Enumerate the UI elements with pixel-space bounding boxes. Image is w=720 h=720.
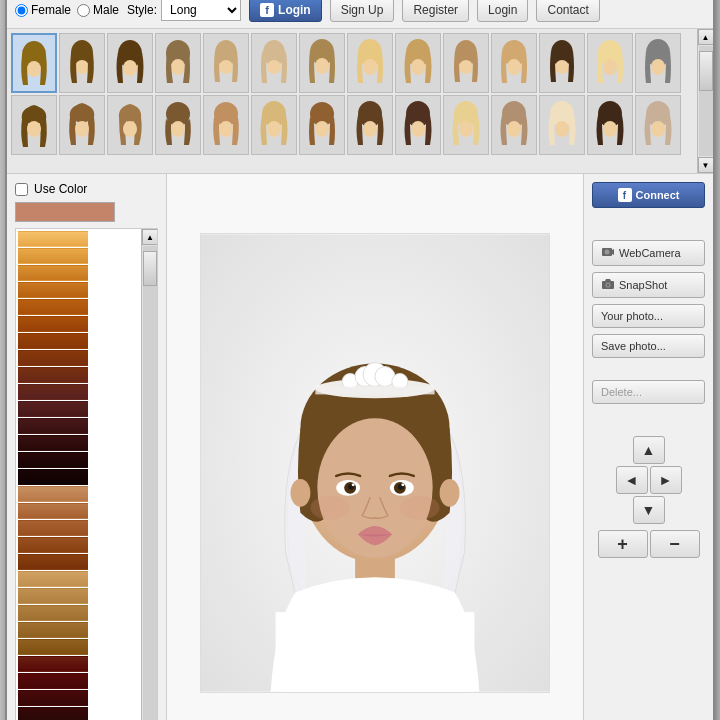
male-radio-label[interactable]: Male — [77, 3, 119, 17]
hair-thumb-r2-7[interactable] — [299, 95, 345, 155]
palette-color-12[interactable] — [18, 418, 88, 434]
hair-thumb-r2-13[interactable] — [587, 95, 633, 155]
palette-scroll-track — [143, 246, 157, 720]
svg-point-78 — [440, 478, 460, 506]
webcam-button[interactable]: WebCamera — [592, 240, 705, 266]
palette-color-8[interactable] — [18, 350, 88, 366]
zoom-in-button[interactable]: + — [598, 530, 648, 558]
hair-thumb-r2-2[interactable] — [59, 95, 105, 155]
female-radio-label[interactable]: Female — [15, 3, 71, 17]
palette-color-29[interactable] — [18, 707, 88, 720]
palette-color-14[interactable] — [18, 452, 88, 468]
hair-thumb-r2-1[interactable] — [11, 95, 57, 155]
hair-thumb-8[interactable] — [347, 33, 393, 93]
use-color-checkbox[interactable] — [15, 183, 28, 196]
delete-button[interactable]: Delete... — [592, 380, 705, 404]
hair-thumb-r2-10[interactable] — [443, 95, 489, 155]
male-radio[interactable] — [77, 4, 90, 17]
hair-thumb-r2-9[interactable] — [395, 95, 441, 155]
fb-connect-label: Connect — [636, 189, 680, 201]
hair-thumb-r2-4[interactable] — [155, 95, 201, 155]
hair-thumb-11[interactable] — [491, 33, 537, 93]
contact-button[interactable]: Contact — [536, 0, 599, 22]
palette-color-9[interactable] — [18, 367, 88, 383]
palette-color-10[interactable] — [18, 384, 88, 400]
hair-thumb-9[interactable] — [395, 33, 441, 93]
hair-thumb-1[interactable] — [11, 33, 57, 93]
palette-scroll-thumb[interactable] — [143, 251, 157, 286]
arrow-up-button[interactable]: ▲ — [633, 436, 665, 464]
palette-color-16[interactable] — [18, 486, 88, 502]
login-button[interactable]: Login — [477, 0, 528, 22]
svg-point-36 — [267, 121, 281, 137]
palette-color-19[interactable] — [18, 537, 88, 553]
hair-thumb-r2-11[interactable] — [491, 95, 537, 155]
fb-connect-icon: f — [618, 188, 632, 202]
palette-color-21[interactable] — [18, 571, 88, 587]
hair-thumb-r2-3[interactable] — [107, 95, 153, 155]
gallery-scroll-thumb[interactable] — [699, 51, 713, 91]
signup-button[interactable]: Sign Up — [330, 0, 395, 22]
palette-color-20[interactable] — [18, 554, 88, 570]
palette-color-26[interactable] — [18, 656, 88, 672]
hair-thumb-4[interactable] — [155, 33, 201, 93]
zoom-out-button[interactable]: − — [650, 530, 700, 558]
gallery-scroll-down[interactable]: ▼ — [698, 157, 714, 173]
hair-thumb-5[interactable] — [203, 33, 249, 93]
palette-color-3[interactable] — [18, 265, 88, 281]
palette-color-18[interactable] — [18, 520, 88, 536]
hair-thumb-r2-5[interactable] — [203, 95, 249, 155]
arrow-left-button[interactable]: ◄ — [616, 466, 648, 494]
palette-color-1[interactable] — [18, 231, 88, 247]
palette-color-2[interactable] — [18, 248, 88, 264]
palette-color-11[interactable] — [18, 401, 88, 417]
arrow-mid-row: ◄ ► — [616, 466, 682, 494]
hair-thumb-3[interactable] — [107, 33, 153, 93]
palette-color-17[interactable] — [18, 503, 88, 519]
svg-point-7 — [171, 59, 185, 75]
palette-scroll-up[interactable]: ▲ — [142, 229, 158, 245]
palette-color-5[interactable] — [18, 299, 88, 315]
palette-color-24[interactable] — [18, 622, 88, 638]
palette-color-23[interactable] — [18, 605, 88, 621]
palette-color-13[interactable] — [18, 435, 88, 451]
gallery-scroll-up[interactable]: ▲ — [698, 29, 714, 45]
svg-point-80 — [605, 250, 610, 255]
palette-color-22[interactable] — [18, 588, 88, 604]
palette-color-15[interactable] — [18, 469, 88, 485]
register-button[interactable]: Register — [402, 0, 469, 22]
fb-login-button[interactable]: f Login — [249, 0, 322, 22]
palette-color-25[interactable] — [18, 639, 88, 655]
hair-thumb-12[interactable] — [539, 33, 585, 93]
hair-thumb-2[interactable] — [59, 33, 105, 93]
hair-thumb-13[interactable] — [587, 33, 633, 93]
fb-login-label: Login — [278, 3, 311, 17]
style-select[interactable]: Long Short Medium Curly Straight — [161, 0, 241, 21]
your-photo-button[interactable]: Your photo... — [592, 304, 705, 328]
female-radio[interactable] — [15, 4, 28, 17]
hair-thumb-r2-6[interactable] — [251, 95, 297, 155]
arrow-right-button[interactable]: ► — [650, 466, 682, 494]
fb-connect-button[interactable]: f Connect — [592, 182, 705, 208]
svg-point-30 — [123, 121, 137, 137]
color-swatch[interactable] — [15, 202, 115, 222]
palette-color-6[interactable] — [18, 316, 88, 332]
palette-color-4[interactable] — [18, 282, 88, 298]
snapshot-button[interactable]: SnapShot — [592, 272, 705, 298]
svg-point-3 — [75, 60, 89, 74]
hair-thumb-14[interactable] — [635, 33, 681, 93]
svg-point-25 — [603, 59, 617, 75]
palette-color-27[interactable] — [18, 673, 88, 689]
hair-thumb-6[interactable] — [251, 33, 297, 93]
hair-thumb-r2-12[interactable] — [539, 95, 585, 155]
palette-color-7[interactable] — [18, 333, 88, 349]
arrow-down-button[interactable]: ▼ — [633, 496, 665, 524]
palette-color-28[interactable] — [18, 690, 88, 706]
svg-point-11 — [267, 60, 281, 74]
save-photo-button[interactable]: Save photo... — [592, 334, 705, 358]
hair-thumb-7[interactable] — [299, 33, 345, 93]
use-color-row: Use Color — [15, 182, 158, 196]
hair-thumb-r2-14[interactable] — [635, 95, 681, 155]
hair-thumb-10[interactable] — [443, 33, 489, 93]
hair-thumb-r2-8[interactable] — [347, 95, 393, 155]
